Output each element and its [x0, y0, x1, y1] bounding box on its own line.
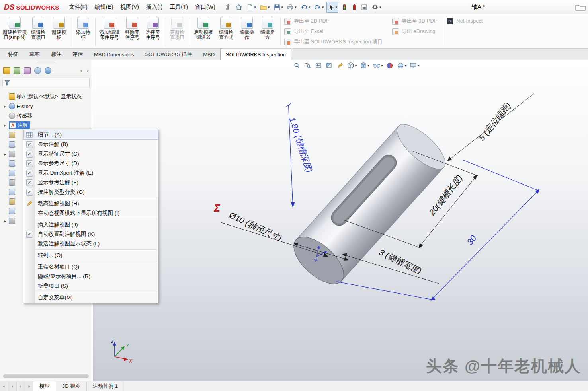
menu-item-go-to[interactable]: 转到... (O): [23, 251, 158, 260]
menu-item-hide-show-tree-items[interactable]: 隐藏/显示树项目... (R): [23, 272, 158, 281]
tab-evaluate[interactable]: 评估: [67, 49, 88, 60]
ribbon-button-edit-vendor[interactable]: 编辑卖方: [257, 16, 278, 48]
first-tab-button[interactable]: «: [0, 381, 8, 391]
edit-appearance-button[interactable]: [386, 61, 394, 70]
export-3d-pdf-button[interactable]: 导出至 3D PDF: [392, 18, 437, 25]
menu-item-show-annotations[interactable]: ✓ 显示注解 (B): [23, 140, 158, 149]
menu-item-show-feature-dimensions[interactable]: ✓ 显示特征尺寸 (C): [23, 149, 158, 159]
menu-item-rename-tree-item[interactable]: 重命名树项目 (Q): [23, 262, 158, 272]
tab-solidworks-inspection[interactable]: SOLIDWORKS Inspection: [220, 49, 291, 60]
task-list-icon[interactable]: [359, 2, 369, 13]
view-settings-button[interactable]: ▾: [409, 61, 419, 70]
menu-item-show-all-views-in-dynamic-mode[interactable]: 在动态视图模式下显示所有视图 (I): [23, 208, 158, 218]
dropdown-icon[interactable]: ▾: [308, 5, 310, 9]
filter-input[interactable]: [12, 78, 88, 87]
dimension-slot-depth[interactable]: 1.80 (键槽深度): [286, 103, 314, 208]
hide-show-items-button[interactable]: ▾: [372, 61, 383, 70]
home-button[interactable]: [234, 2, 244, 13]
menu-insert[interactable]: 插入(I): [143, 2, 166, 13]
tree-item-sensors[interactable]: 传感器: [2, 111, 91, 121]
section-view-button[interactable]: [325, 61, 333, 70]
net-inspect-button[interactable]: ni Net-Inspect: [447, 18, 483, 24]
options-gear-icon[interactable]: ▾: [370, 2, 383, 13]
menu-item-activate-annotation-view-display-state[interactable]: 激活注解视图显示状态 (L): [23, 239, 158, 249]
chevron-right-icon[interactable]: ›: [87, 68, 89, 74]
print-button[interactable]: ▾: [285, 2, 298, 13]
menu-item-dynamic-annotation-views[interactable]: 动态注解视图 (H): [23, 199, 158, 208]
menu-item-details[interactable]: 细节... (A): [23, 130, 158, 140]
display-manager-tab-icon[interactable]: [45, 67, 51, 74]
menu-item-customize-menu[interactable]: 自定义菜单(M): [23, 293, 158, 302]
tab-sketch[interactable]: 草图: [24, 49, 45, 60]
menu-edit[interactable]: 编辑(E): [91, 2, 117, 13]
configuration-manager-tab-icon[interactable]: [24, 67, 31, 74]
tab-features[interactable]: 特征: [2, 49, 24, 60]
menu-item-show-reference-dimensions[interactable]: ✓ 显示参考尺寸 (D): [23, 159, 158, 168]
graphics-area[interactable]: ▾ ▾ ▾ ▾ ▾: [93, 60, 588, 381]
dropdown-icon[interactable]: ▾: [404, 64, 406, 68]
dimxpert-manager-tab-icon[interactable]: [34, 67, 41, 74]
export-2d-pdf-button[interactable]: 导出至 2D PDF: [284, 18, 383, 25]
menu-item-insert-annotation-view[interactable]: 插入注解视图 (J): [23, 220, 158, 230]
ribbon-button-add-characteristic[interactable]: 添加特征: [73, 16, 94, 48]
previous-tab-button[interactable]: ‹: [8, 381, 17, 391]
zoom-fit-button[interactable]: [293, 61, 301, 70]
apply-scene-button[interactable]: ▾: [397, 61, 406, 70]
dropdown-icon[interactable]: ▾: [379, 5, 381, 9]
traffic-light-icon[interactable]: [340, 2, 349, 13]
tree-item-history[interactable]: ▸ History: [2, 101, 91, 111]
previous-view-button[interactable]: [315, 61, 322, 70]
export-edrawing-button[interactable]: 导出 eDrawing: [392, 28, 437, 35]
dropdown-icon[interactable]: ▾: [335, 5, 337, 9]
dimension-locating-distance[interactable]: 5 (定位端距): [447, 94, 533, 161]
dropdown-icon[interactable]: ▾: [355, 64, 356, 68]
open-document-button[interactable]: ▾: [258, 2, 271, 13]
model-tab[interactable]: 模型: [33, 381, 56, 391]
ribbon-button-launch-template-editor[interactable]: 启动模板编辑器: [191, 16, 216, 48]
panel-splitter[interactable]: [0, 60, 92, 66]
expander-icon[interactable]: ▸: [3, 123, 7, 128]
menu-item-show-reference-annotations[interactable]: ✓ 显示参考注解 (F): [23, 178, 158, 187]
menu-window[interactable]: 窗口(W): [191, 2, 219, 13]
last-tab-button[interactable]: »: [25, 381, 33, 391]
menu-file[interactable]: 文件(F): [66, 2, 91, 13]
ribbon-button-select-balloons[interactable]: 选择零件序号: [143, 16, 163, 48]
ribbon-button-update-inspection-project[interactable]: 更新检查项目: [167, 16, 188, 48]
slot-width-label[interactable]: 3 (键槽宽度): [378, 247, 423, 276]
ribbon-button-edit-operation[interactable]: 编辑操作: [236, 16, 257, 48]
menu-view[interactable]: 视图(V): [117, 2, 143, 13]
dropdown-icon[interactable]: ▾: [322, 5, 324, 9]
new-document-button[interactable]: ▾: [245, 2, 258, 13]
property-manager-tab-icon[interactable]: [14, 67, 20, 74]
redo-button[interactable]: ▾: [313, 2, 325, 13]
expander-icon[interactable]: ▸: [3, 219, 7, 223]
locating-distance-label[interactable]: 5 (定位端距): [477, 101, 512, 142]
ribbon-button-new-inspection-project[interactable]: 新建检查项目(amp:N): [2, 16, 28, 48]
dropdown-icon[interactable]: ▾: [281, 5, 283, 9]
export-excel-button[interactable]: 导出至 Excel: [284, 28, 383, 35]
task-pane-folder-icon[interactable]: [574, 2, 587, 13]
dropdown-icon[interactable]: ▾: [268, 5, 270, 9]
ribbon-button-remove-balloons[interactable]: 移除零件序号: [122, 16, 143, 48]
ribbon-button-add-edit-balloons[interactable]: 添加/编辑零件序号: [97, 16, 122, 48]
tab-mbd-dimensions[interactable]: MBD Dimensions: [88, 49, 139, 60]
dropdown-icon[interactable]: ▾: [294, 5, 296, 9]
undo-button[interactable]: ▾: [299, 2, 312, 13]
expander-icon[interactable]: ▸: [3, 104, 7, 109]
tree-root-item[interactable]: 轴A (默认<<默认>_显示状态: [2, 92, 91, 101]
display-style-button[interactable]: ▾: [359, 61, 369, 70]
panel-horizontal-scrollbar[interactable]: [3, 374, 89, 378]
export-inspection-project-button[interactable]: 导出至 SOLIDWORKS Inspection 项目: [284, 38, 383, 45]
dynamic-annotation-views-button[interactable]: [336, 61, 344, 70]
ribbon-button-edit-inspection-method[interactable]: 编辑检查方式: [216, 16, 236, 48]
menu-item-collapse-items[interactable]: 折叠项目 (S): [23, 281, 158, 291]
feature-manager-tab-icon[interactable]: [3, 67, 10, 74]
battery-status-icon[interactable]: [350, 2, 358, 13]
shaft-diameter-label[interactable]: Ø10 (轴径尺寸): [227, 210, 283, 243]
dropdown-icon[interactable]: ▾: [367, 64, 369, 68]
filter-funnel-icon[interactable]: [4, 80, 10, 86]
save-button[interactable]: ▾: [272, 2, 285, 13]
slot-depth-label[interactable]: 1.80 (键槽深度): [287, 116, 314, 174]
menu-tools[interactable]: 工具(T): [166, 2, 191, 13]
motion-study-tab[interactable]: 运动算例 1: [87, 381, 124, 391]
